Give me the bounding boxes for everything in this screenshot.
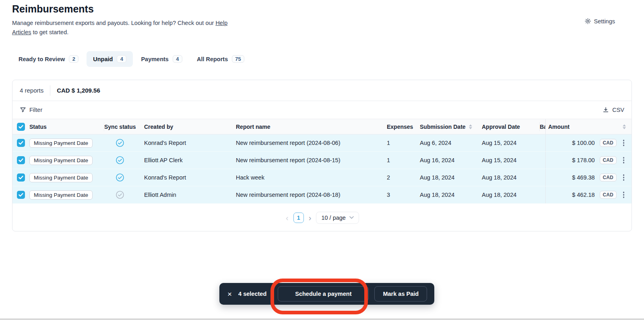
amount-value: $ 100.00 xyxy=(548,140,595,146)
page-description: Manage reimbursement exports and payouts… xyxy=(12,19,227,37)
column-header-sync-status: Sync status xyxy=(104,124,144,130)
table-row[interactable]: Missing Payment Date Konrad's Report Hac… xyxy=(12,169,632,186)
column-header-submission-date[interactable]: Submission Date xyxy=(420,124,482,130)
status-badge: Missing Payment Date xyxy=(29,173,93,182)
total-amount: CAD $ 1,209.56 xyxy=(57,87,100,94)
column-header-expenses: Expenses xyxy=(387,124,420,130)
tab-label: Payments xyxy=(141,56,169,62)
page-size-value: 10 / page xyxy=(321,215,345,221)
expenses-count: 3 xyxy=(387,192,420,198)
submission-date: Aug 18, 2024 xyxy=(420,174,482,181)
tab-count-badge: 2 xyxy=(69,55,78,63)
select-all-checkbox[interactable] xyxy=(17,123,25,131)
row-menu-icon[interactable] xyxy=(621,190,626,199)
created-by: Elliott AP Clerk xyxy=(144,157,236,163)
filter-button[interactable]: Filter xyxy=(20,107,42,113)
report-name: Hack week xyxy=(236,174,387,181)
report-tabs: Ready to Review 2 Unpaid 4 Payments 4 Al… xyxy=(12,51,251,67)
synced-check-icon xyxy=(116,156,124,165)
page-size-select[interactable]: 10 / page xyxy=(316,212,359,224)
reimbursements-page: Reimbursements Manage reimbursement expo… xyxy=(0,0,644,320)
created-by: Konrad's Report xyxy=(144,140,236,146)
table-row[interactable]: Missing Payment Date Elliott Admin New r… xyxy=(12,186,632,204)
expenses-count: 1 xyxy=(387,157,420,163)
mark-as-paid-button[interactable]: Mark as Paid xyxy=(374,286,427,301)
window-bottom-edge xyxy=(0,318,644,320)
column-header-created-by: Created by xyxy=(144,124,236,130)
approval-date: Aug 18, 2024 xyxy=(482,192,540,198)
filter-icon xyxy=(20,107,26,113)
amount-value: $ 469.38 xyxy=(548,174,595,181)
column-header-approval-date: Approval Date xyxy=(482,122,540,131)
currency-badge: CAD xyxy=(600,156,617,164)
row-menu-icon[interactable] xyxy=(621,155,626,165)
submission-date: Aug 18, 2024 xyxy=(420,192,482,198)
sort-icon xyxy=(469,124,472,129)
row-checkbox[interactable] xyxy=(17,191,25,199)
pagination: ‹ 1 › 10 / page xyxy=(12,204,632,231)
tab-all-reports[interactable]: All Reports 75 xyxy=(190,51,251,67)
submission-date: Aug 16, 2024 xyxy=(420,157,482,163)
synced-check-icon xyxy=(116,173,124,182)
table-row[interactable]: Missing Payment Date Konrad's Report New… xyxy=(12,134,632,152)
schedule-payment-button[interactable]: Schedule a payment xyxy=(278,286,369,301)
currency-badge: CAD xyxy=(600,191,617,199)
row-menu-icon[interactable] xyxy=(621,173,626,182)
tab-unpaid[interactable]: Unpaid 4 xyxy=(87,51,133,67)
expenses-count: 1 xyxy=(387,140,420,146)
expenses-count: 2 xyxy=(387,174,420,181)
column-header-amount[interactable]: Amount xyxy=(545,119,632,134)
close-icon[interactable]: × xyxy=(227,289,233,299)
column-header-label: Submission Date xyxy=(420,124,466,130)
currency-badge: CAD xyxy=(600,173,617,182)
approval-date: Aug 15, 2024 xyxy=(482,157,540,163)
tab-count-badge: 4 xyxy=(117,55,126,63)
sort-icon xyxy=(623,124,626,129)
csv-export-button[interactable]: CSV xyxy=(603,107,624,113)
created-by: Konrad's Report xyxy=(144,174,236,181)
tab-label: Unpaid xyxy=(93,56,113,62)
current-page-button[interactable]: 1 xyxy=(293,213,304,223)
filter-label: Filter xyxy=(29,107,42,113)
tab-count-badge: 75 xyxy=(232,55,244,63)
description-text-2: to get started. xyxy=(31,29,69,35)
table-summary: 4 reports CAD $ 1,209.56 xyxy=(12,80,632,101)
report-name: New reimbursement report (2024-08-06) xyxy=(236,140,387,146)
page-title: Reimbursements xyxy=(12,3,94,15)
reports-table-card: 4 reports CAD $ 1,209.56 Filter C xyxy=(12,80,632,231)
header-checkbox-cell xyxy=(12,123,29,131)
tab-count-badge: 4 xyxy=(173,55,182,63)
amount-value: $ 462.18 xyxy=(548,192,595,198)
column-header-label: Amount xyxy=(548,124,570,130)
chevron-down-icon xyxy=(349,216,354,219)
tab-label: All Reports xyxy=(197,56,228,62)
tab-label: Ready to Review xyxy=(19,56,65,62)
next-page-button[interactable]: › xyxy=(308,214,312,222)
submission-date: Aug 6, 2024 xyxy=(420,140,482,146)
reports-count: 4 reports xyxy=(20,87,43,94)
status-badge: Missing Payment Date xyxy=(29,156,93,165)
description-text: Manage reimbursement exports and payouts… xyxy=(12,20,215,26)
row-checkbox[interactable] xyxy=(17,139,25,147)
row-checkbox[interactable] xyxy=(17,173,25,182)
not-synced-check-icon xyxy=(116,190,124,199)
tab-payments[interactable]: Payments 4 xyxy=(134,51,189,67)
column-header-clipped: Ba xyxy=(540,124,545,130)
report-name: New reimbursement report (2024-08-15) xyxy=(236,157,387,163)
gear-icon xyxy=(584,18,591,25)
prev-page-button[interactable]: ‹ xyxy=(285,214,289,222)
table-header-row: Status Sync status Created by Report nam… xyxy=(12,119,632,134)
table-row[interactable]: Missing Payment Date Elliott AP Clerk Ne… xyxy=(12,152,632,169)
row-menu-icon[interactable] xyxy=(621,138,626,147)
help-articles-link[interactable]: Help xyxy=(215,20,227,26)
status-badge: Missing Payment Date xyxy=(29,138,93,148)
created-by: Elliott Admin xyxy=(144,192,236,198)
settings-button[interactable]: Settings xyxy=(584,18,615,25)
row-checkbox[interactable] xyxy=(17,156,25,164)
tab-ready-to-review[interactable]: Ready to Review 2 xyxy=(12,51,85,67)
approval-date: Aug 18, 2024 xyxy=(482,174,540,181)
help-articles-link-2[interactable]: Articles xyxy=(12,29,31,35)
report-name: New reimbursement report (2024-08-18) xyxy=(236,192,387,198)
table-toolbar: Filter CSV xyxy=(12,101,632,119)
summary-divider xyxy=(50,85,50,96)
